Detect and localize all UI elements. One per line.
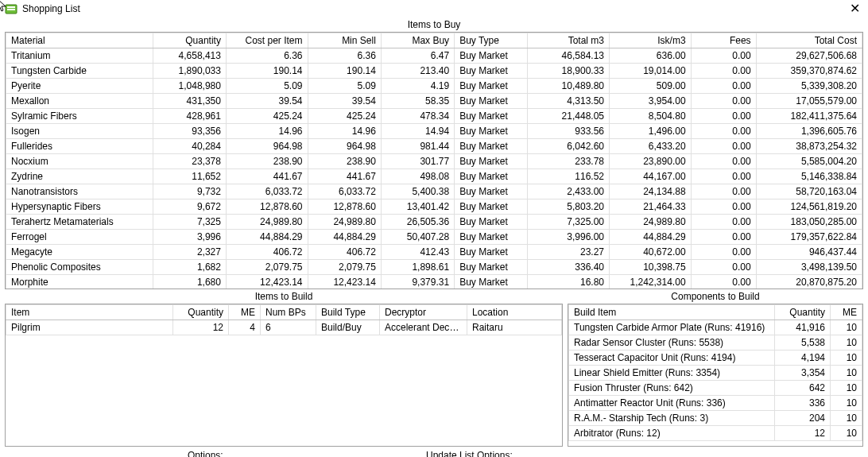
- col-b-decryptor[interactable]: Decryptor: [380, 305, 467, 320]
- cell: 13,401.42: [381, 199, 454, 215]
- cell: 26,505.36: [381, 215, 454, 230]
- cell: 23.27: [528, 245, 610, 260]
- table-row[interactable]: Tungsten Carbide1,890,033190.14190.14213…: [6, 64, 862, 79]
- table-row[interactable]: Zydrine11,652441.67441.67498.08Buy Marke…: [6, 169, 862, 184]
- col-b-buildtype[interactable]: Build Type: [316, 305, 380, 320]
- cell: 4: [229, 320, 261, 335]
- cell: 0.00: [691, 154, 756, 169]
- cell: 5,538: [775, 335, 831, 350]
- cell: 3,954.00: [610, 94, 692, 109]
- cell: 6.36: [226, 48, 308, 64]
- col-item[interactable]: Item: [6, 305, 173, 320]
- col-b-quantity[interactable]: Quantity: [173, 305, 229, 320]
- table-row[interactable]: Sylramic Fibers428,961425.24425.24478.34…: [6, 109, 862, 124]
- col-quantity[interactable]: Quantity: [153, 33, 226, 48]
- col-total-cost[interactable]: Total Cost: [756, 33, 862, 48]
- cell: Buy Market: [455, 139, 528, 154]
- col-b-numbps[interactable]: Num BPs: [261, 305, 316, 320]
- close-button[interactable]: ✕: [847, 2, 863, 15]
- table-row[interactable]: Tungsten Carbide Armor Plate (Runs: 4191…: [569, 320, 862, 335]
- items-to-build-grid[interactable]: Item Quantity ME Num BPs Build Type Decr…: [5, 304, 563, 447]
- table-row[interactable]: Mexallon431,35039.5439.5458.35Buy Market…: [6, 94, 862, 109]
- cell: 12: [173, 320, 229, 335]
- table-row[interactable]: Antimatter Reactor Unit (Runs: 336)33610: [569, 396, 862, 411]
- table-row[interactable]: Hypersynaptic Fibers9,67212,878.6012,878…: [6, 199, 862, 215]
- cell: Buy Market: [455, 48, 528, 64]
- col-c-quantity[interactable]: Quantity: [775, 305, 831, 320]
- table-row[interactable]: Nanotransistors9,7326,033.726,033.725,40…: [6, 184, 862, 199]
- col-fees[interactable]: Fees: [691, 33, 756, 48]
- col-total-m3[interactable]: Total m3: [528, 33, 610, 48]
- table-row[interactable]: Tritanium4,658,4136.366.366.47Buy Market…: [6, 48, 862, 64]
- cell: 24,989.80: [226, 215, 308, 230]
- col-b-location[interactable]: Location: [467, 305, 562, 320]
- table-row[interactable]: Isogen93,35614.9614.9614.94Buy Market933…: [6, 124, 862, 139]
- cell: 24,989.80: [610, 215, 692, 230]
- table-row[interactable]: Nocxium23,378238.90238.90301.77Buy Marke…: [6, 154, 862, 169]
- col-max-buy[interactable]: Max Buy: [381, 33, 454, 48]
- table-row[interactable]: Phenolic Composites1,6822,079.752,079.75…: [6, 260, 862, 275]
- col-min-sell[interactable]: Min Sell: [308, 33, 381, 48]
- table-row[interactable]: Radar Sensor Cluster (Runs: 5538)5,53810: [569, 335, 862, 350]
- cell: 10: [831, 350, 862, 366]
- col-c-builditem[interactable]: Build Item: [569, 305, 775, 320]
- cell: Antimatter Reactor Unit (Runs: 336): [569, 396, 775, 411]
- table-row[interactable]: Terahertz Metamaterials7,32524,989.8024,…: [6, 215, 862, 230]
- cell: Isogen: [6, 124, 153, 139]
- cell: 14.96: [226, 124, 308, 139]
- table-row[interactable]: Megacyte2,327406.72406.72412.43Buy Marke…: [6, 245, 862, 260]
- svg-rect-1: [7, 6, 15, 8]
- cell: 24,134.88: [610, 184, 692, 199]
- cell: Zydrine: [6, 169, 153, 184]
- col-isk-m3[interactable]: Isk/m3: [610, 33, 692, 48]
- cell: 5,339,308.20: [756, 79, 862, 94]
- cell: Pyerite: [6, 79, 153, 94]
- cell: 1,682: [153, 260, 226, 275]
- cell: 478.34: [381, 109, 454, 124]
- items-to-buy-title: Items to Buy: [5, 17, 863, 32]
- table-row[interactable]: Pyerite1,048,9805.095.094.19Buy Market10…: [6, 79, 862, 94]
- cell: 0.00: [691, 260, 756, 275]
- options-label: Options:: [188, 450, 223, 457]
- cell: 336: [775, 396, 831, 411]
- cell: 1,496.00: [610, 124, 692, 139]
- cell: 0.00: [691, 184, 756, 199]
- table-row[interactable]: Pilgrim1246Build/BuyAccelerant Decry…Rai…: [6, 320, 562, 335]
- cell: 10: [831, 335, 862, 350]
- col-material[interactable]: Material: [6, 33, 153, 48]
- cell: 40,284: [153, 139, 226, 154]
- table-row[interactable]: Tesseract Capacitor Unit (Runs: 4194)4,1…: [569, 350, 862, 366]
- table-row[interactable]: Arbitrator (Runs: 12)1210: [569, 426, 862, 441]
- cell: 6: [261, 320, 316, 335]
- cell: 964.98: [308, 139, 381, 154]
- table-row[interactable]: Fullerides40,284964.98964.98981.44Buy Ma…: [6, 139, 862, 154]
- table-row[interactable]: Ferrogel3,99644,884.2944,884.2950,407.28…: [6, 230, 862, 245]
- table-row[interactable]: Morphite1,68012,423.1412,423.149,379.31B…: [6, 275, 862, 290]
- cell: 6,042.60: [528, 139, 610, 154]
- cell: 4.19: [381, 79, 454, 94]
- cell: 2,433.00: [528, 184, 610, 199]
- footer: Options: Update List Options:: [5, 447, 863, 457]
- col-b-me[interactable]: ME: [229, 305, 261, 320]
- items-to-buy-grid[interactable]: Material Quantity Cost per Item Min Sell…: [5, 32, 863, 289]
- cell: Phenolic Composites: [6, 260, 153, 275]
- col-cost-per-item[interactable]: Cost per Item: [226, 33, 308, 48]
- table-row[interactable]: Fusion Thruster (Runs: 642)64210: [569, 381, 862, 396]
- cell: 58.35: [381, 94, 454, 109]
- cell: Buy Market: [455, 154, 528, 169]
- cell: 44,884.29: [308, 230, 381, 245]
- cell: 38,873,254.32: [756, 139, 862, 154]
- components-to-build-grid[interactable]: Build Item Quantity ME Tungsten Carbide …: [568, 304, 863, 447]
- cell: 0.00: [691, 64, 756, 79]
- cell: Terahertz Metamaterials: [6, 215, 153, 230]
- col-buy-type[interactable]: Buy Type: [455, 33, 528, 48]
- cell: 441.67: [226, 169, 308, 184]
- cell: 23,890.00: [610, 154, 692, 169]
- cell: 425.24: [226, 109, 308, 124]
- cell: R.A.M.- Starship Tech (Runs: 3): [569, 411, 775, 426]
- cell: 2,079.75: [308, 260, 381, 275]
- table-row[interactable]: Linear Shield Emitter (Runs: 3354)3,3541…: [569, 366, 862, 381]
- table-row[interactable]: R.A.M.- Starship Tech (Runs: 3)20410: [569, 411, 862, 426]
- col-c-me[interactable]: ME: [831, 305, 862, 320]
- cell: Morphite: [6, 275, 153, 290]
